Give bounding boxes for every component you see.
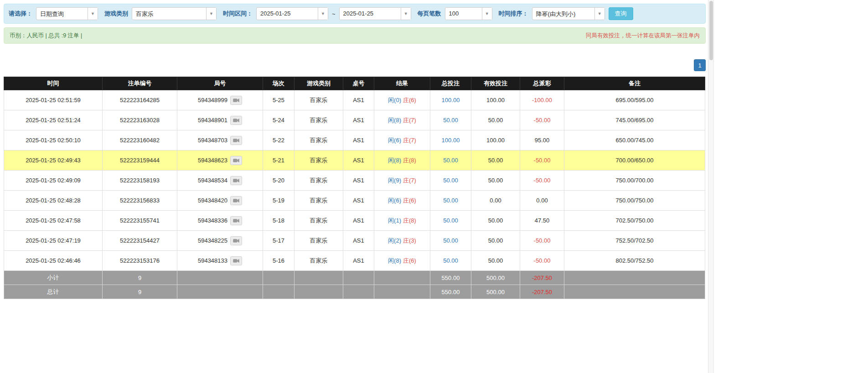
result-cell: 闲(6)庄(7) [374, 130, 430, 150]
empty-cell [564, 285, 705, 299]
video-replay-icon[interactable] [230, 96, 242, 105]
chevron-down-icon: ▼ [594, 8, 604, 20]
session-cell: 5-20 [263, 171, 294, 191]
valid-bet-cell: 50.00 [471, 110, 520, 130]
payout-cell: -50.00 [520, 251, 564, 271]
player-result: 闲(8) [388, 157, 401, 164]
table-no-cell: AS1 [343, 191, 374, 211]
valid-bet-cell: 50.00 [471, 150, 520, 171]
payout-cell: -50.00 [520, 150, 564, 171]
result-cell: 闲(8)庄(7) [374, 110, 430, 130]
video-replay-icon[interactable] [230, 136, 242, 145]
total-bet-link[interactable]: 50.00 [443, 157, 458, 164]
video-replay-icon[interactable] [230, 236, 242, 245]
total-bet-cell: 100.00 [430, 130, 471, 150]
table-no-cell: AS1 [343, 171, 374, 191]
date-from-value: 2025-01-25 [257, 8, 318, 20]
bet-id-cell: 522223153176 [103, 251, 177, 271]
video-replay-icon[interactable] [230, 216, 242, 225]
table-row: 2025-01-25 02:49:09 522223158193 5943485… [4, 171, 705, 191]
query-type-select[interactable]: 日期查询 ▼ [36, 7, 98, 20]
round-cell: 594348901 [177, 110, 263, 130]
search-button[interactable]: 查询 [609, 7, 633, 20]
note-text: 同局有效投注，统一计算在该局第一张注单内 [586, 32, 700, 40]
total-bet-cell: 50.00 [430, 251, 471, 271]
scrollbar-thumb[interactable] [709, 1, 713, 60]
header-cell: 总投注 [430, 77, 471, 90]
game-type-select[interactable]: 百家乐 ▼ [132, 7, 217, 20]
remark-cell: 750.00/700.00 [564, 171, 705, 191]
remark-cell: 700.00/650.00 [564, 150, 705, 171]
filter-bar: 请选择： 日期查询 ▼ 游戏类别 百家乐 ▼ 时间区间： 2025-01-25 … [4, 4, 706, 24]
video-replay-icon[interactable] [230, 116, 242, 125]
header-cell: 有效投注 [471, 77, 520, 90]
total-bet-link[interactable]: 100.00 [442, 97, 460, 104]
page-1-button[interactable]: 1 [694, 59, 706, 71]
session-cell: 5-19 [263, 191, 294, 211]
result-cell: 闲(9)庄(7) [374, 171, 430, 191]
chevron-down-icon: ▼ [88, 8, 98, 20]
page-size-input[interactable]: 100 ▼ [445, 7, 492, 20]
round-cell: 594348534 [177, 171, 263, 191]
video-replay-icon[interactable] [230, 256, 242, 265]
table-no-cell: AS1 [343, 150, 374, 171]
total-bet-link[interactable]: 50.00 [443, 197, 458, 204]
video-replay-icon[interactable] [230, 196, 242, 205]
date-separator: ~ [332, 10, 336, 17]
banker-result: 庄(6) [403, 197, 416, 204]
empty-cell [294, 285, 343, 299]
table-row: 2025-01-25 02:50:10 522223160482 5943487… [4, 130, 705, 150]
subtotal-row: 小计 9 550.00 500.00 -207.50 [4, 271, 705, 285]
game-type-cell: 百家乐 [294, 251, 343, 271]
table-body: 2025-01-25 02:51:59 522223164285 5943489… [4, 90, 705, 271]
video-replay-icon[interactable] [230, 156, 242, 165]
total-bet-link[interactable]: 50.00 [443, 237, 458, 244]
sort-select[interactable]: 降幂(由大到小) ▼ [532, 7, 605, 20]
game-type-cell: 百家乐 [294, 171, 343, 191]
round-id: 594348703 [198, 137, 227, 144]
time-cell: 2025-01-25 02:48:28 [4, 191, 103, 211]
total-bet-link[interactable]: 50.00 [443, 257, 458, 264]
date-to-input[interactable]: 2025-01-25 ▼ [339, 7, 411, 20]
round-id: 594348534 [198, 177, 227, 184]
total-bet-link[interactable]: 50.00 [443, 117, 458, 124]
page-size-label: 每页笔数 [418, 10, 441, 18]
bet-id-cell: 522223164285 [103, 90, 177, 110]
query-type-value: 日期查询 [36, 8, 88, 20]
session-cell: 5-25 [263, 90, 294, 110]
time-cell: 2025-01-25 02:50:10 [4, 130, 103, 150]
empty-cell [177, 271, 263, 285]
remark-cell: 702.50/750.00 [564, 211, 705, 231]
round-cell: 594348703 [177, 130, 263, 150]
total-bet-link[interactable]: 50.00 [443, 217, 458, 224]
table-row: 2025-01-25 02:47:19 522223154427 5943482… [4, 231, 705, 251]
empty-cell [343, 285, 374, 299]
date-from-input[interactable]: 2025-01-25 ▼ [256, 7, 328, 20]
session-cell: 5-17 [263, 231, 294, 251]
session-cell: 5-22 [263, 130, 294, 150]
header-cell: 桌号 [343, 77, 374, 90]
total-bet-link[interactable]: 100.00 [442, 137, 460, 144]
banker-result: 庄(7) [403, 137, 416, 144]
payout-cell: 95.00 [520, 130, 564, 150]
bet-id-cell: 522223158193 [103, 171, 177, 191]
player-result: 闲(0) [388, 97, 401, 104]
bet-id-cell: 522223156833 [103, 191, 177, 211]
video-replay-icon[interactable] [230, 176, 242, 185]
time-cell: 2025-01-25 02:49:43 [4, 150, 103, 171]
table-no-cell: AS1 [343, 90, 374, 110]
table-row: 2025-01-25 02:49:43 522223159444 5943486… [4, 150, 705, 171]
remark-cell: 650.00/745.00 [564, 130, 705, 150]
remark-cell: 695.00/595.00 [564, 90, 705, 110]
total-bet-link[interactable]: 50.00 [443, 177, 458, 184]
game-type-cell: 百家乐 [294, 90, 343, 110]
empty-cell [294, 271, 343, 285]
total-total-bet: 550.00 [430, 285, 471, 299]
table-no-cell: AS1 [343, 110, 374, 130]
table-no-cell: AS1 [343, 130, 374, 150]
subtotal-total-bet: 550.00 [430, 271, 471, 285]
scrollbar[interactable] [708, 0, 714, 373]
valid-bet-cell: 100.00 [471, 130, 520, 150]
result-cell: 闲(6)庄(6) [374, 191, 430, 211]
bet-id-cell: 522223155741 [103, 211, 177, 231]
